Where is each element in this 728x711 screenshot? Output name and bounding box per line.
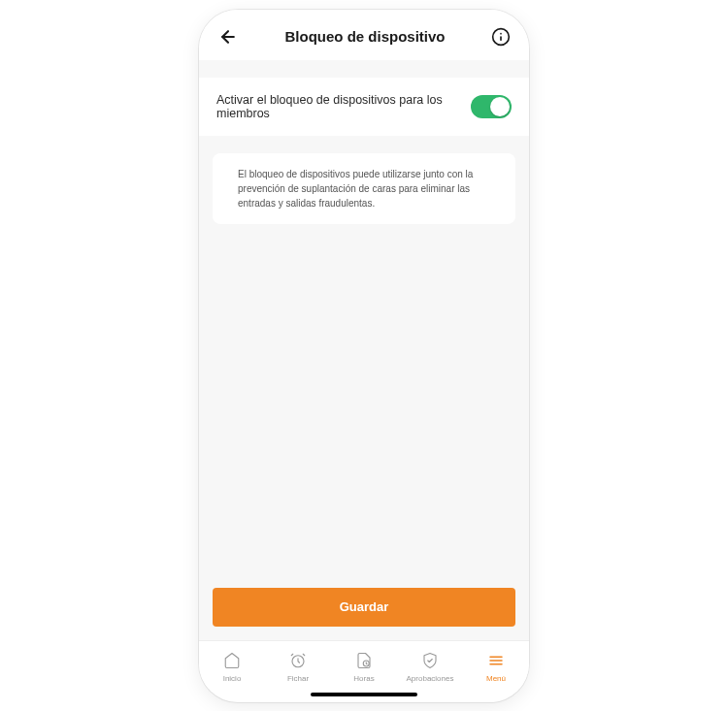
info-button[interactable] [490, 26, 512, 48]
header: Bloqueo de dispositivo [199, 10, 529, 60]
timesheet-icon [354, 651, 374, 670]
info-card-text: El bloqueo de dispositivos puede utiliza… [238, 167, 500, 210]
home-icon [222, 651, 242, 670]
menu-icon [486, 651, 506, 670]
content-area: Activar el bloqueo de dispositivos para … [199, 60, 529, 640]
clock-icon [288, 651, 308, 670]
arrow-left-icon [218, 27, 238, 47]
device-lock-toggle[interactable] [471, 95, 512, 118]
nav-label: Horas [353, 674, 374, 683]
shield-icon [420, 651, 440, 670]
toggle-label: Activar el bloqueo de dispositivos para … [216, 93, 471, 120]
nav-item-aprobaciones[interactable]: Aprobaciones [397, 651, 463, 683]
nav-label: Fichar [287, 674, 309, 683]
phone-frame: Bloqueo de dispositivo Activar el bloque… [199, 10, 529, 702]
spacer [199, 224, 529, 578]
back-button[interactable] [216, 25, 240, 48]
nav-item-inicio[interactable]: Inicio [199, 651, 265, 683]
nav-label: Aprobaciones [407, 674, 454, 683]
nav-label: Inicio [223, 674, 242, 683]
nav-item-menu[interactable]: Menú [463, 651, 529, 683]
info-card: El bloqueo de dispositivos puede utiliza… [213, 153, 515, 224]
home-indicator [311, 693, 417, 696]
info-icon [491, 27, 511, 47]
toggle-section: Activar el bloqueo de dispositivos para … [199, 78, 529, 136]
nav-label: Menú [486, 674, 506, 683]
save-section: Guardar [199, 578, 529, 640]
toggle-knob [490, 97, 510, 116]
save-button[interactable]: Guardar [213, 588, 515, 627]
bottom-nav: Inicio Fichar Horas Aprobaciones Menú [199, 640, 529, 689]
nav-item-horas[interactable]: Horas [331, 651, 397, 683]
nav-item-fichar[interactable]: Fichar [265, 651, 331, 683]
page-title: Bloqueo de dispositivo [284, 28, 445, 45]
